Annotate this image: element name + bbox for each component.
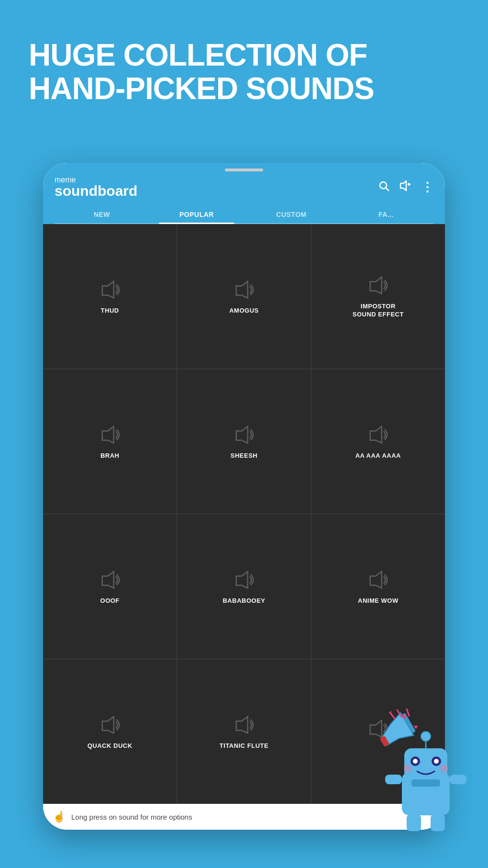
speaker-icon — [366, 423, 389, 448]
svg-marker-11 — [102, 571, 113, 588]
sound-label-aa: AA AAA AAAA — [351, 452, 406, 460]
sound-cell-impostor[interactable]: IMPOSTOR SOUND EFFECT — [311, 224, 445, 369]
svg-marker-2 — [400, 181, 406, 191]
sound-label-bababooey: BABABOOEY — [218, 597, 270, 605]
svg-point-24 — [434, 759, 439, 764]
sound-cell-titanic[interactable]: TITANIC FLUTE — [177, 659, 311, 804]
svg-rect-27 — [411, 779, 440, 787]
svg-line-39 — [407, 709, 409, 716]
app-header: meme soundboard — [43, 163, 445, 224]
speaker-icon — [99, 568, 122, 593]
svg-marker-13 — [370, 571, 382, 588]
svg-text:♥: ♥ — [414, 723, 418, 731]
app-logo: meme soundboard — [55, 176, 137, 198]
speaker-icon — [99, 278, 122, 303]
svg-marker-7 — [370, 277, 382, 294]
header-icons: ⋮ — [378, 180, 433, 194]
logo-soundboard: soundboard — [55, 184, 137, 198]
sound-label-quack: QUACK DUCK — [83, 742, 137, 750]
volume-icon[interactable] — [399, 180, 411, 194]
hero-line1: HUGE COLLECTION OF — [29, 38, 459, 72]
sound-label-impostor: IMPOSTOR SOUND EFFECT — [348, 303, 409, 319]
svg-marker-12 — [236, 571, 248, 588]
speaker-icon — [99, 423, 122, 448]
sound-cell-thud[interactable]: THUD — [43, 224, 177, 369]
sound-cell-bababooey[interactable]: BABABOOEY — [177, 514, 311, 659]
svg-marker-9 — [236, 426, 248, 443]
svg-marker-10 — [370, 426, 382, 443]
sound-label-sheesh: SHEESH — [226, 452, 262, 460]
search-icon[interactable] — [378, 180, 389, 194]
more-icon[interactable]: ⋮ — [421, 181, 433, 193]
sound-label-ooof: OOOF — [96, 597, 124, 605]
speaker-icon — [233, 568, 255, 593]
speaker-icon — [366, 568, 389, 593]
sound-cell-aa[interactable]: AA AAA AAAA — [311, 369, 445, 514]
sound-label-brah: BRAH — [96, 452, 124, 460]
svg-marker-15 — [236, 716, 248, 733]
megaphone-sparkles: ♥ ♥ * — [373, 705, 431, 763]
sound-cell-anime[interactable]: ANIME WOW — [311, 514, 445, 659]
tab-popular[interactable]: POPULAR — [149, 206, 244, 223]
svg-rect-28 — [407, 814, 421, 831]
sound-label-thud: THUD — [96, 307, 124, 315]
speaker-icon — [366, 274, 389, 299]
sound-cell-brah[interactable]: BRAH — [43, 369, 177, 514]
svg-text:♥: ♥ — [402, 712, 407, 721]
sound-cell-ooof[interactable]: OOOF — [43, 514, 177, 659]
tab-new[interactable]: NEW — [55, 206, 149, 223]
long-press-icon: ☝️ — [53, 811, 66, 823]
sound-cell-sheesh[interactable]: SHEESH — [177, 369, 311, 514]
bottom-hint-text: Long press on sound for more options — [71, 813, 192, 821]
tab-custom[interactable]: CUSTOM — [244, 206, 339, 223]
svg-marker-5 — [102, 281, 113, 298]
speaker-icon — [99, 713, 122, 738]
phone-notch — [225, 169, 263, 171]
hero-text: HUGE COLLECTION OF HAND-PICKED SOUNDS — [29, 38, 459, 106]
speaker-icon — [233, 278, 255, 303]
sound-label-amogus: AMOGUS — [224, 307, 264, 315]
hero-line2: HAND-PICKED SOUNDS — [29, 72, 459, 105]
svg-marker-8 — [102, 426, 113, 443]
app-tabs: NEW POPULAR CUSTOM FA... — [55, 206, 433, 224]
sound-cell-amogus[interactable]: AMOGUS — [177, 224, 311, 369]
sound-label-titanic: TITANIC FLUTE — [215, 742, 273, 750]
svg-point-25 — [404, 765, 411, 772]
app-header-top: meme soundboard — [55, 176, 433, 198]
tab-fav[interactable]: FA... — [339, 206, 433, 223]
svg-rect-31 — [450, 775, 466, 784]
svg-marker-6 — [236, 281, 248, 298]
sound-label-anime: ANIME WOW — [353, 597, 403, 605]
speaker-icon — [233, 423, 255, 448]
svg-rect-29 — [431, 814, 445, 831]
sound-cell-quack[interactable]: QUACK DUCK — [43, 659, 177, 804]
svg-rect-30 — [385, 775, 402, 784]
svg-line-1 — [386, 188, 389, 191]
svg-marker-14 — [102, 716, 113, 733]
speaker-icon — [233, 713, 255, 738]
svg-point-26 — [440, 765, 448, 772]
